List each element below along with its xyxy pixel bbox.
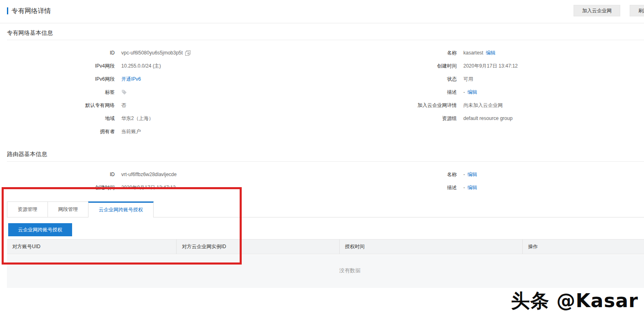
tab-cen-cross-account-auth[interactable]: 云企业网跨账号授权 [88, 201, 154, 217]
tab-strip: 资源管理 网段管理 云企业网跨账号授权 [7, 201, 153, 217]
auth-table-body: 没有数据 [7, 255, 644, 288]
router-created-row: 创建时间 2020年9月17日 13:47:12 [0, 181, 311, 194]
vpc-owner-row: 拥有者 当前账户 [0, 125, 311, 138]
vpc-region-value: 华东2（上海） [121, 115, 154, 122]
column-header-auth-time: 授权时间 [339, 240, 522, 254]
vpc-tags-label: 标签 [0, 89, 115, 96]
vpc-cen-label: 加入云企业网详情 [328, 102, 457, 109]
vpc-created-label: 创建时间 [328, 63, 457, 70]
router-id-row: ID vrt-uf6ffbz6w28dlavljecde [0, 168, 311, 181]
router-desc-label: 描述 [328, 184, 457, 191]
vpc-id-label: ID [0, 50, 115, 56]
vpc-tags-row: 标签 [0, 86, 311, 99]
vpc-ipv6-label: IPv6网段 [0, 76, 115, 83]
vpc-region-label: 地域 [0, 115, 115, 122]
page-title: 专有网络详情 [11, 7, 51, 16]
vpc-desc-row: 描述 - 编辑 [328, 86, 639, 99]
router-info-left: ID vrt-uf6ffbz6w28dlavljecde 创建时间 2020年9… [0, 168, 311, 194]
enable-ipv6-link[interactable]: 开通IPv6 [121, 76, 141, 83]
vpc-default-value: 否 [121, 102, 126, 109]
vpc-region-row: 地域 华东2（上海） [0, 112, 311, 125]
vpc-status-label: 状态 [328, 76, 457, 83]
vpc-desc-label: 描述 [328, 89, 457, 96]
vpc-ipv6-row: IPv6网段 开通IPv6 [0, 72, 311, 86]
vpc-id-value: vpc-uf6l5080yu6s5jmob3p5t [121, 50, 183, 56]
column-header-actions: 操作 [522, 240, 644, 254]
auth-table-header: 对方账号UID 对方云企业网实例ID 授权时间 操作 [7, 239, 644, 254]
vpc-desc-edit-link[interactable]: 编辑 [467, 89, 477, 96]
router-desc-edit-link[interactable]: 编辑 [467, 184, 477, 191]
vpc-cen-value: 尚未加入云企业网 [463, 102, 503, 109]
vpc-cen-row: 加入云企业网详情 尚未加入云企业网 [328, 99, 639, 112]
vpc-created-value: 2020年9月17日 13:47:12 [463, 63, 518, 70]
column-header-peer-uid: 对方账号UID [7, 240, 176, 254]
vpc-ipv4-value: 10.255.0.0/24 (主) [121, 63, 161, 70]
refresh-button[interactable]: 刷新 [630, 5, 644, 16]
cen-cross-account-auth-button[interactable]: 云企业网跨账号授权 [8, 223, 72, 236]
tag-icon[interactable] [121, 89, 127, 95]
router-section-title: 路由器基本信息 [7, 151, 47, 158]
vpc-owner-value: 当前账户 [121, 128, 141, 135]
router-id-value: vrt-uf6ffbz6w28dlavljecde [121, 172, 177, 177]
vpc-resource-group-value: default resource group [463, 115, 512, 121]
vpc-name-edit-link[interactable]: 编辑 [486, 50, 496, 57]
tab-resource-management[interactable]: 资源管理 [7, 201, 48, 217]
router-desc-value: - [463, 185, 465, 190]
vpc-info-right: 名称 kasartest 编辑 创建时间 2020年9月17日 13:47:12… [328, 46, 639, 125]
router-name-value: - [463, 172, 465, 177]
router-created-value: 2020年9月17日 13:47:12 [121, 184, 176, 191]
vpc-desc-value: - [463, 89, 465, 95]
vpc-created-row: 创建时间 2020年9月17日 13:47:12 [328, 59, 639, 72]
title-accent-bar [7, 7, 8, 14]
vpc-info-left: ID vpc-uf6l5080yu6s5jmob3p5t IPv4网段 10.2… [0, 46, 311, 138]
vpc-ipv4-row: IPv4网段 10.255.0.0/24 (主) [0, 59, 311, 72]
vpc-status-row: 状态 可用 [328, 72, 639, 86]
router-name-row: 名称 - 编辑 [328, 168, 639, 181]
watermark-text: 头条 @Kasar [474, 288, 638, 314]
column-header-peer-cen-id: 对方云企业网实例ID [176, 240, 339, 254]
copy-icon[interactable] [185, 50, 190, 56]
vpc-name-row: 名称 kasartest 编辑 [328, 46, 639, 59]
router-name-edit-link[interactable]: 编辑 [467, 171, 477, 178]
router-desc-row: 描述 - 编辑 [328, 181, 639, 194]
vpc-owner-label: 拥有者 [0, 128, 115, 135]
vpc-default-label: 默认专有网络 [0, 102, 115, 109]
vpc-id-row: ID vpc-uf6l5080yu6s5jmob3p5t [0, 46, 311, 59]
vpc-ipv4-label: IPv4网段 [0, 63, 115, 70]
router-info-right: 名称 - 编辑 描述 - 编辑 [328, 168, 639, 194]
vpc-name-label: 名称 [328, 50, 457, 57]
vpc-section-title: 专有网络基本信息 [7, 29, 53, 37]
empty-state-text: 没有数据 [339, 267, 361, 274]
header-divider [0, 23, 644, 23]
router-created-label: 创建时间 [0, 184, 115, 191]
vpc-status-badge: 可用 [463, 76, 473, 83]
vpc-resource-group-row: 资源组 default resource group [328, 112, 639, 125]
vpc-resource-group-label: 资源组 [328, 115, 457, 122]
router-id-label: ID [0, 172, 115, 177]
tab-cidr-management[interactable]: 网段管理 [48, 201, 88, 217]
vpc-name-value: kasartest [463, 50, 483, 56]
vpc-default-row: 默认专有网络 否 [0, 99, 311, 112]
router-name-label: 名称 [328, 171, 457, 178]
router-section-divider [7, 161, 644, 162]
join-cen-button[interactable]: 加入云企业网 [574, 5, 620, 16]
vpc-section-divider [7, 40, 644, 40]
